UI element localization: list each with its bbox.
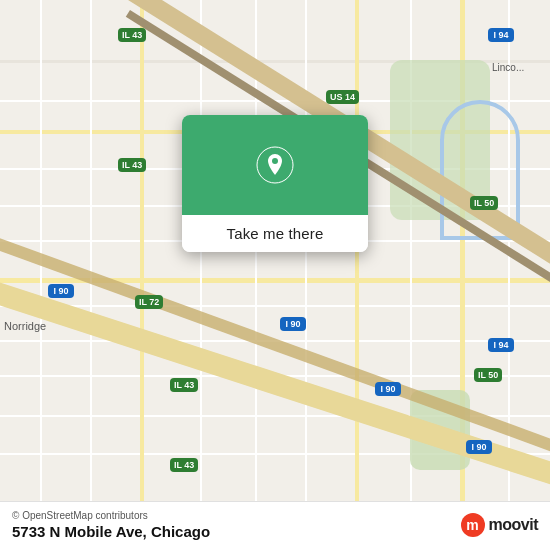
- badge-i90-bot: I 90: [375, 382, 401, 396]
- popup-card: Take me there: [182, 115, 368, 252]
- svg-point-1: [272, 158, 278, 164]
- road-v1: [40, 0, 42, 550]
- badge-i90-far: I 90: [466, 440, 492, 454]
- badge-il43-bot: IL 43: [170, 378, 198, 392]
- moovit-m-icon: m: [461, 513, 485, 537]
- label-norridge: Norridge: [4, 320, 46, 332]
- badge-i90-left: I 90: [48, 284, 74, 298]
- map-container: IL 43 US 14 IL 43 I 90 IL 72 I 90 IL 43 …: [0, 0, 550, 550]
- badge-us14-right: US 14: [326, 90, 359, 104]
- road-v5: [255, 0, 257, 550]
- badge-i94-bot: I 94: [488, 338, 514, 352]
- moovit-brand-text: moovit: [489, 516, 538, 534]
- take-me-there-button[interactable]: Take me there: [182, 215, 368, 252]
- badge-il43-btm: IL 43: [170, 458, 198, 472]
- osm-attribution: © OpenStreetMap contributors: [12, 510, 210, 521]
- bottom-bar-info: © OpenStreetMap contributors 5733 N Mobi…: [12, 510, 210, 540]
- badge-il50-bot: IL 50: [474, 368, 502, 382]
- badge-i90-mid: I 90: [280, 317, 306, 331]
- road-v4: [200, 0, 202, 550]
- road-h8: [0, 305, 550, 307]
- badge-il72: IL 72: [135, 295, 163, 309]
- badge-i94-top: I 94: [488, 28, 514, 42]
- label-lincoln: Linco...: [492, 62, 524, 73]
- badge-il43-top: IL 43: [118, 28, 146, 42]
- moovit-logo: m moovit: [461, 513, 538, 537]
- road-v7: [355, 0, 359, 550]
- road-v3: [140, 0, 144, 550]
- bottom-bar: © OpenStreetMap contributors 5733 N Mobi…: [0, 501, 550, 550]
- badge-il43-mid: IL 43: [118, 158, 146, 172]
- road-v6: [305, 0, 307, 550]
- popup-map-section: [182, 115, 368, 215]
- location-pin-icon: [256, 146, 294, 184]
- location-name: 5733 N Mobile Ave, Chicago: [12, 523, 210, 540]
- badge-il50-mid: IL 50: [470, 196, 498, 210]
